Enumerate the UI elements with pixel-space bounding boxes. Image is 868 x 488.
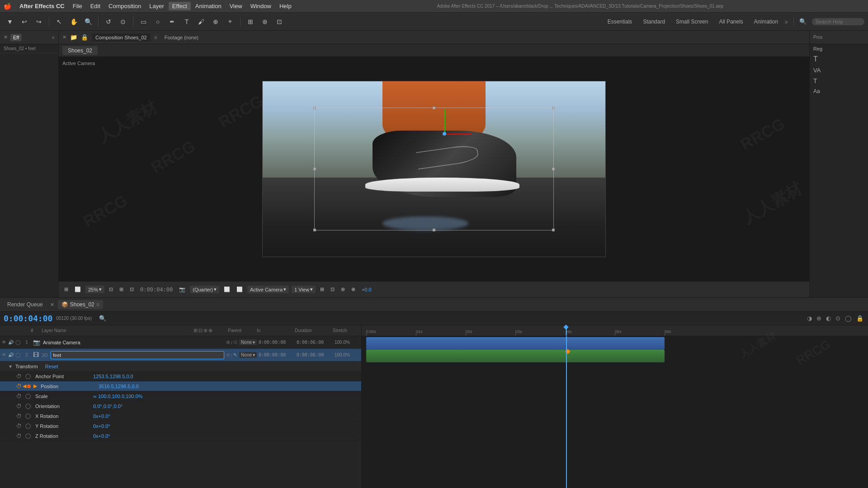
layer2-switch-2[interactable]: / [231, 352, 232, 358]
zoom-dropdown[interactable]: 25% ▾ [85, 286, 104, 293]
guides-btn[interactable]: ⊡ [329, 286, 336, 293]
search-icon[interactable]: 🔍 [799, 18, 807, 25]
grid-btn[interactable]: ⊡ [273, 15, 286, 28]
transparency-btn[interactable]: ⬜ [235, 286, 245, 293]
xrot-prop-value[interactable]: 0x+0.0° [93, 413, 110, 419]
3d-renderer-icon[interactable]: ⬜ [222, 286, 232, 293]
workspace-small-screen[interactable]: Small Screen [671, 17, 712, 26]
menu-help[interactable]: Help [276, 2, 295, 10]
breadcrumb-comp[interactable]: Shoes_02 [4, 46, 24, 51]
zrot-stopwatch-icon[interactable]: ⏱ [16, 433, 22, 439]
layout-dropdown[interactable]: 1 View ▾ [292, 286, 316, 293]
workspace-all-panels[interactable]: All Panels [714, 17, 747, 26]
layer1-switch-2[interactable]: / [231, 340, 232, 345]
fit-btn[interactable]: ⊡ [107, 286, 115, 293]
comp-name-active-tab[interactable]: Shoes_02 [62, 46, 98, 55]
layer1-parent-dropdown[interactable]: None ▾ [239, 339, 257, 345]
search-help-input[interactable] [816, 19, 861, 24]
scale-stopwatch-icon[interactable]: ⏱ [16, 393, 22, 399]
layer2-audio-icon[interactable]: 🔊 [8, 352, 14, 357]
close-render-queue-btn[interactable]: ✕ [50, 302, 54, 308]
tl-shy-btn[interactable]: ⊙ [835, 314, 841, 323]
eff-tab[interactable]: Eff [10, 34, 22, 41]
next-keyframe-btn[interactable]: ▶ [33, 383, 37, 389]
preview-btn[interactable]: ⊕ [349, 286, 357, 293]
layer1-switch-1[interactable]: ⊕ [226, 339, 230, 345]
ruler-btn[interactable]: ⊞ [318, 286, 326, 293]
xrot-stopwatch-icon[interactable]: ⏱ [16, 413, 22, 419]
layer2-parent-dropdown[interactable]: None ▾ [239, 352, 257, 358]
cursor-tool[interactable]: ↖ [53, 15, 66, 28]
hand-tool[interactable]: ✋ [67, 15, 80, 28]
tl-motion-blur-btn[interactable]: ◑ [806, 314, 813, 323]
puppet-tool[interactable]: ⌖ [224, 15, 236, 28]
layer2-solo-icon[interactable]: ◯ [15, 352, 20, 357]
layer2-switch-1[interactable]: ⊕ [226, 352, 230, 358]
menu-effect[interactable]: Effect [169, 2, 191, 10]
workspace-essentials[interactable]: Essentials [603, 17, 637, 26]
camera-orbit-tool[interactable]: ⊙ [117, 15, 129, 28]
layer1-audio-icon[interactable]: 🔊 [8, 340, 14, 345]
close-panel-btn[interactable]: ✕ [4, 34, 8, 40]
clone-tool[interactable]: ⊕ [209, 15, 222, 28]
snapping-btn[interactable]: ⊛ [259, 15, 271, 28]
layer1-name[interactable]: Animate Camera [43, 340, 224, 345]
transform-collapse-icon[interactable]: ▾ [9, 363, 12, 370]
selection-tool[interactable]: ▼ [4, 15, 16, 28]
footage-tab[interactable]: Footage (none) [161, 33, 202, 42]
tl-lock-btn[interactable]: 🔒 [855, 314, 864, 323]
reset-exposure-btn[interactable]: +0.0 [360, 286, 373, 293]
menu-view[interactable]: View [226, 2, 246, 10]
brush-tool[interactable]: 🖌 [195, 15, 208, 28]
close-comp-tab[interactable]: ✕ [62, 34, 66, 40]
timecode-display[interactable]: 0:00:04:00 [138, 286, 175, 294]
view-dropdown[interactable]: Active Camera ▾ [247, 286, 289, 293]
menu-app-name[interactable]: After Effects CC [16, 2, 68, 10]
prev-keyframe-btn[interactable]: ◀ [23, 383, 26, 389]
timeline-search-icon[interactable]: 🔍 [99, 315, 106, 322]
yrot-prop-value[interactable]: 0x+0.0° [93, 423, 110, 429]
undo-btn[interactable]: ↩ [18, 15, 31, 28]
rotate-tool[interactable]: ↺ [102, 15, 115, 28]
layer2-track-bar[interactable] [366, 350, 665, 362]
tl-solo-btn[interactable]: ◯ [844, 314, 853, 323]
ellipse-tool[interactable]: ○ [151, 15, 164, 28]
align-btn[interactable]: ⊞ [244, 15, 257, 28]
position-stopwatch-icon[interactable]: ⏱ [16, 383, 22, 389]
grid-btn-viewer[interactable]: ⊡ [128, 286, 136, 293]
timeline-comp-tab[interactable]: 📦 Shoes_02 ≡ [58, 300, 103, 309]
panel-expand-btn[interactable]: » [52, 34, 55, 41]
tl-frame-blending-btn[interactable]: ◐ [825, 314, 832, 323]
menu-edit[interactable]: Edit [87, 2, 104, 10]
quality-dropdown[interactable]: (Quarter) ▾ [190, 286, 219, 293]
layer1-solo-icon[interactable]: ◯ [15, 340, 20, 345]
menu-file[interactable]: File [69, 2, 86, 10]
layer2-visibility-icon[interactable]: 👁 [2, 352, 6, 357]
redo-btn[interactable]: ↪ [33, 15, 45, 28]
menu-window[interactable]: Window [247, 2, 275, 10]
zrot-prop-value[interactable]: 0x+0.0° [93, 433, 110, 439]
render-queue-tab[interactable]: Render Queue [4, 300, 47, 309]
workspace-more-btn[interactable]: » [784, 18, 788, 25]
orientation-prop-value[interactable]: 0.0°,0.0°,0.0° [93, 404, 123, 409]
menu-animation[interactable]: Animation [192, 2, 225, 10]
anchor-prop-value[interactable]: 1253.5,1298.5,0,0 [93, 374, 133, 379]
scale-prop-value[interactable]: ∞ 100.0,100.0,100.0% [93, 394, 142, 399]
menu-layer[interactable]: Layer [146, 2, 168, 10]
menu-composition[interactable]: Composition [105, 2, 145, 10]
workspace-animation[interactable]: Animation [750, 17, 783, 26]
anchor-stopwatch-icon[interactable]: ⏱ [16, 373, 22, 380]
tl-draft-btn[interactable]: ⊕ [816, 314, 822, 323]
yrot-stopwatch-icon[interactable]: ⏱ [16, 423, 22, 429]
text-tool[interactable]: T [180, 15, 193, 28]
position-prop-value[interactable]: 3516.5,1298.5,0,0 [99, 384, 139, 389]
zoom-tool[interactable]: 🔍 [82, 15, 94, 28]
workspace-standard[interactable]: Standard [638, 17, 670, 26]
orientation-stopwatch-icon[interactable]: ⏱ [16, 403, 22, 409]
rect-tool[interactable]: ▭ [137, 15, 150, 28]
preview-region-btn[interactable]: ⬜ [73, 286, 83, 293]
pen-tool[interactable]: ✒ [166, 15, 179, 28]
layer1-track-bar[interactable] [366, 337, 665, 350]
comp-menu-btn[interactable]: ≡ [154, 34, 157, 41]
layer-row-2[interactable]: 👁 🔊 ◯ 2 🎞 3D feet ⊕ / ↖ None [0, 349, 361, 361]
